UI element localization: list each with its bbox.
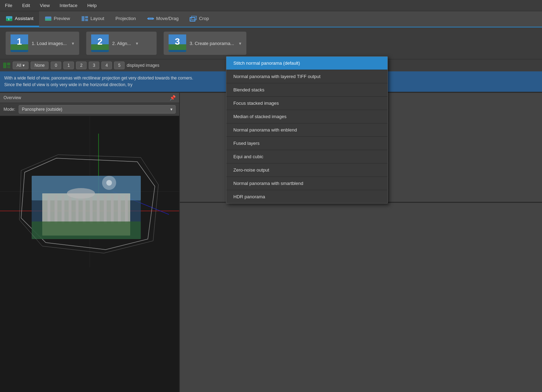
dropdown-item-focus-stacked[interactable]: Focus stacked images xyxy=(226,97,387,110)
menu-file[interactable]: File xyxy=(3,1,14,9)
svg-text:1: 1 xyxy=(17,36,22,47)
dropdown-item-blended-stacks-label: Blended stacks xyxy=(233,87,264,92)
display-label: displayed images xyxy=(127,63,159,68)
dropdown-item-equi-cubic[interactable]: Equi and cubic xyxy=(226,150,387,163)
display-icon xyxy=(3,62,11,69)
movedrag-icon xyxy=(147,16,154,21)
svg-rect-8 xyxy=(85,19,88,21)
num-btn-0[interactable]: 0 xyxy=(51,62,61,69)
dropdown-item-layered-tiff[interactable]: Normal panorama with layered TIFF output xyxy=(226,70,387,83)
dropdown-item-stitch-normal[interactable]: Stitch normal panorama (default) xyxy=(226,57,387,70)
svg-point-54 xyxy=(106,180,112,186)
dropdown-item-equi-cubic-label: Equi and cubic xyxy=(233,154,263,159)
svg-rect-46 xyxy=(97,195,100,223)
step3-chevron: ▾ xyxy=(239,41,241,46)
num-btn-2[interactable]: 2 xyxy=(76,62,87,69)
tab-layout[interactable]: Layout xyxy=(76,11,110,27)
tab-crop-label: Crop xyxy=(199,16,209,21)
menu-view[interactable]: View xyxy=(38,1,52,9)
menu-interface[interactable]: Interface xyxy=(57,1,80,9)
svg-rect-42 xyxy=(69,195,71,223)
tab-projection[interactable]: Projection xyxy=(110,11,141,27)
dropdown-item-smartblend[interactable]: Normal panorama with smartblend xyxy=(226,177,387,190)
dropdown-item-zero-noise[interactable]: Zero-noise output xyxy=(226,163,387,177)
layout-icon xyxy=(81,16,88,21)
num-btn-1[interactable]: 1 xyxy=(63,62,74,69)
toolbar: 1 Assistant Preview Layout Projection Mo… xyxy=(0,11,542,27)
svg-rect-52 xyxy=(32,221,141,239)
step1-label: 1. Load images... xyxy=(32,41,67,46)
overview-header: Overview 📌 xyxy=(0,93,179,103)
menu-edit[interactable]: Edit xyxy=(20,1,32,9)
svg-rect-7 xyxy=(85,16,88,18)
step3-number-box: 3 xyxy=(169,34,186,52)
dropdown-item-zero-noise-label: Zero-noise output xyxy=(233,167,269,173)
mode-select[interactable]: Panosphere (outside) ▾ xyxy=(19,105,176,114)
svg-rect-44 xyxy=(83,195,86,223)
svg-rect-39 xyxy=(48,195,50,223)
svg-text:3: 3 xyxy=(175,36,180,47)
tab-layout-label: Layout xyxy=(90,16,104,21)
tab-assistant[interactable]: 1 Assistant xyxy=(0,11,39,27)
all-label: All xyxy=(17,63,21,68)
svg-rect-43 xyxy=(76,195,78,223)
svg-rect-50 xyxy=(125,195,128,223)
svg-text:2: 2 xyxy=(97,36,102,47)
dropdown-item-hdr-panorama-label: HDR panorama xyxy=(233,194,265,199)
dropdown-item-fused-layers[interactable]: Fused layers xyxy=(226,137,387,150)
step1-number-box: 1 xyxy=(11,34,28,52)
dropdown-item-blended-stacks[interactable]: Blended stacks xyxy=(226,83,387,97)
num-btn-3[interactable]: 3 xyxy=(89,62,99,69)
num-btn-4[interactable]: 4 xyxy=(101,62,112,69)
mode-label: Mode: xyxy=(4,107,15,112)
tab-assistant-label: Assistant xyxy=(15,16,33,21)
svg-point-51 xyxy=(67,188,95,199)
step1-icon: 1 xyxy=(11,34,28,52)
svg-rect-9 xyxy=(148,18,153,20)
svg-rect-28 xyxy=(7,66,10,68)
none-button[interactable]: None xyxy=(31,62,49,69)
svg-rect-27 xyxy=(7,63,10,65)
dropdown-item-normal-enblend[interactable]: Normal panorama with enblend xyxy=(226,123,387,137)
all-button[interactable]: All ▾ xyxy=(13,62,29,69)
dropdown-item-smartblend-label: Normal panorama with smartblend xyxy=(233,181,303,186)
svg-text:1: 1 xyxy=(8,18,10,20)
step3-icon: 3 xyxy=(169,34,186,52)
dropdown-item-hdr-panorama[interactable]: HDR panorama xyxy=(226,190,387,203)
step2-label: 2. Align... xyxy=(112,41,131,46)
tab-crop[interactable]: Crop xyxy=(184,11,214,27)
mode-value: Panosphere (outside) xyxy=(22,107,62,112)
step2-chevron: ▾ xyxy=(136,41,138,46)
step1-button[interactable]: 1 1. Load images... ▾ xyxy=(6,32,79,55)
none-label: None xyxy=(34,63,45,68)
tab-preview[interactable]: Preview xyxy=(39,11,76,27)
menubar: File Edit View Interface Help xyxy=(0,0,542,11)
step2-icon: 2 xyxy=(91,34,109,52)
canvas-area xyxy=(0,116,179,392)
assistant-icon: 1 xyxy=(6,16,13,21)
svg-rect-45 xyxy=(90,195,93,223)
tab-move-drag[interactable]: Move/Drag xyxy=(141,11,184,27)
svg-rect-6 xyxy=(82,16,84,21)
preview-icon xyxy=(45,16,52,21)
step2-button[interactable]: 2 2. Align... ▾ xyxy=(86,32,157,55)
steps-area: 1 1. Load images... ▾ 2 2. Align... ▾ 3 xyxy=(0,27,542,59)
tab-projection-label: Projection xyxy=(115,16,136,21)
dropdown-item-median-stacked[interactable]: Median of stacked images xyxy=(226,110,387,123)
pin-icon[interactable]: 📌 xyxy=(170,95,176,101)
step3-button[interactable]: 3 3. Create panorama... ▾ xyxy=(164,32,246,55)
num-btn-5[interactable]: 5 xyxy=(114,62,125,69)
menu-help[interactable]: Help xyxy=(85,1,99,9)
svg-rect-49 xyxy=(118,195,121,223)
svg-rect-47 xyxy=(104,195,107,223)
dropdown-item-normal-enblend-label: Normal panorama with enblend xyxy=(233,127,297,133)
crop-icon xyxy=(190,16,197,21)
all-chevron: ▾ xyxy=(23,63,25,68)
dropdown-item-layered-tiff-label: Normal panorama with layered TIFF output xyxy=(233,74,321,79)
overview-panel: Overview 📌 Mode: Panosphere (outside) ▾ xyxy=(0,93,179,392)
tab-movedrag-label: Move/Drag xyxy=(156,16,179,21)
svg-marker-10 xyxy=(147,18,149,20)
dropdown-item-fused-layers-label: Fused layers xyxy=(233,141,259,146)
dropdown-item-focus-stacked-label: Focus stacked images xyxy=(233,101,279,106)
create-panorama-dropdown: Stitch normal panorama (default) Normal … xyxy=(226,56,388,204)
